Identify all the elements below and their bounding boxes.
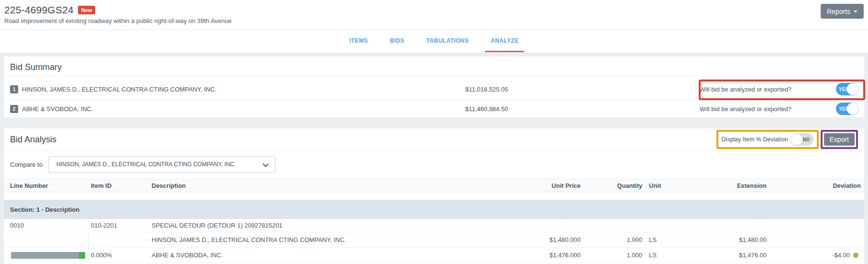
table-header-row: Line Number Item ID Description Unit Pri… [4,179,864,192]
column-header-line-number: Line Number [4,182,89,189]
section-label: Section: 1 - Description [10,206,79,213]
analyze-toggle-group: Will bid be analyzed or exported? YES [700,103,858,115]
annotation-orange-box: Display Item % Deviation NO [716,130,819,149]
bid-analysis-controls: Display Item % Deviation NO Export [716,130,858,149]
bid-unit-price: $1,480.000 [458,236,582,243]
deviation-bar-green-segment [79,252,85,259]
bid-row: HINSON, JAMES D., ELECTRICAL CONTRA CTIN… [4,232,864,248]
compare-to-label: Compare to [10,161,43,168]
tab-tabulations[interactable]: TABULATIONS [420,35,474,53]
toggle-question-label: Will bid be analyzed or exported? [700,105,791,113]
page: 225-4699GS24 New Road improvement of exi… [0,0,868,264]
column-header-unit-price: Unit Price [458,182,582,189]
rank-badge: 1 [10,85,18,93]
analysis-table: Line Number Item ID Description Unit Pri… [4,179,864,263]
column-header-item-id: Item ID [89,182,150,189]
column-header-quantity: Quantity [582,182,644,189]
rank-badge: 2 [10,105,18,113]
toggle-knob [846,103,859,115]
toggle-question-label: Will bid be analyzed or exported? [700,86,791,93]
item-row: 0010 010-2201 SPECIAL DETOUR (DETOUR 1) … [4,219,864,232]
new-status-badge: New [78,6,96,14]
bid-analysis-title: Bid Analysis [10,135,56,145]
bid-amount: $11,460,984.50 [465,105,508,113]
bidder-name: HINSON, JAMES D., ELECTRICAL CONTRA CTIN… [22,86,216,93]
bid-unit-price: $1,476.000 [458,252,582,259]
analyze-bid-toggle[interactable]: YES [836,103,858,115]
tab-bar: ITEMS BIDS TABULATIONS ANALYZE [0,30,868,53]
bid-summary-row-1: 1 HINSON, JAMES D., ELECTRICAL CONTRA CT… [4,76,864,100]
deviation-indicator-dot-icon [853,253,858,258]
bid-amount: $11,018,525.05 [465,86,508,93]
column-header-extension: Extension [698,182,769,189]
bid-deviation-value: -$4.00 [832,252,850,259]
reports-button-label: Reports [827,8,850,15]
bid-summary-title-block: Bid Summary [4,57,864,76]
item-id: 010-2201 [89,222,150,229]
tab-items[interactable]: ITEMS [344,35,374,53]
compare-to-select[interactable]: HINSON, JAMES D., ELECTRICAL CONTRA CTIN… [48,156,275,172]
compare-to-selected-value: HINSON, JAMES D., ELECTRICAL CONTRA CTIN… [56,161,236,168]
tab-analyze[interactable]: ANALYZE [485,35,524,53]
toggle-knob [791,133,803,146]
bid-deviation-cell: -$4.00 [769,252,864,259]
bid-unit: LS [644,236,698,243]
analyze-toggle-group: Will bid be analyzed or exported? YES [700,83,858,95]
bid-unit: LS [644,252,698,259]
toggle-knob [846,83,859,95]
caret-down-icon [854,11,857,12]
bid-summary-title: Bid Summary [10,62,62,72]
section-header-row: Section: 1 - Description [4,200,864,219]
annotation-purple-box: Export [821,130,858,149]
bid-extension: $1,476.00 [698,252,769,259]
deviation-bar-gray-segment [11,252,79,259]
page-header: 225-4699GS24 New Road improvement of exi… [0,0,868,30]
page-subtitle: Road improvement of existing roadway wit… [4,17,864,24]
column-header-description: Description [150,182,458,189]
column-header-deviation: Deviation [769,182,864,189]
compare-to-row: Compare to HINSON, JAMES D., ELECTRICAL … [4,151,864,179]
deviation-toggle[interactable]: NO [791,133,813,146]
chevron-down-icon [263,161,269,167]
deviation-toggle-label: Display Item % Deviation [722,136,788,143]
item-description: SPECIAL DETOUR (DETOUR 1) 20927815201 [150,222,458,229]
bid-row: 0.000% ABHE & SVOBODA, INC. $1,476.000 1… [4,248,864,263]
reports-button[interactable]: Reports [821,4,864,19]
bid-analysis-header: Bid Analysis Display Item % Deviation NO… [4,128,864,151]
title-line: 225-4699GS24 New [4,4,864,16]
bid-quantity: 1.000 [582,252,644,259]
bid-row-bidder: HINSON, JAMES D., ELECTRICAL CONTRA CTIN… [150,236,458,243]
bid-analysis-card: Bid Analysis Display Item % Deviation NO… [4,128,864,264]
deviation-bar-cell [4,232,89,247]
toggle-state-label: NO [803,137,810,142]
table-gap [4,192,864,200]
tab-bids[interactable]: BIDS [384,35,410,53]
export-button[interactable]: Export [824,133,855,146]
bid-extension: $1,480.00 [698,236,769,243]
bid-summary-row-2: 2 ABHE & SVOBODA, INC. $11,460,984.50 Wi… [4,100,864,117]
item-line-number: 0010 [4,222,89,229]
page-title: 225-4699GS24 [4,4,74,16]
bidder-name: ABHE & SVOBODA, INC. [22,105,93,113]
deviation-bar-cell [4,248,89,263]
bid-summary-card: Bid Summary 1 HINSON, JAMES D., ELECTRIC… [4,57,864,117]
bid-row-bidder: ABHE & SVOBODA, INC. [150,252,458,259]
deviation-pct: 0.000% [89,252,150,259]
bid-quantity: 1.000 [582,236,644,243]
analyze-bid-toggle[interactable]: YES [836,83,858,95]
column-header-unit: Unit [644,182,698,189]
deviation-bar [11,252,85,259]
